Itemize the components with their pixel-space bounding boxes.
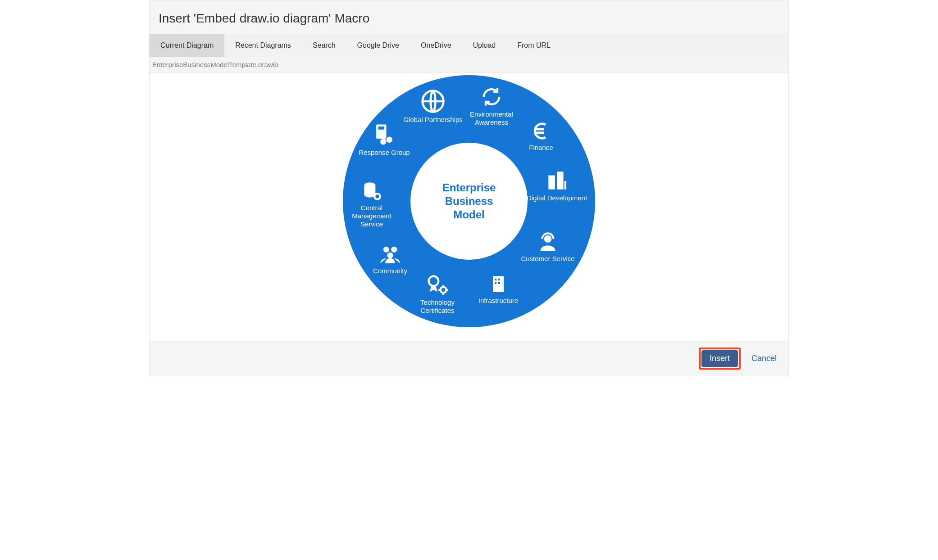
tab-recent-diagrams[interactable]: Recent Diagrams: [224, 34, 302, 57]
tab-search[interactable]: Search: [302, 34, 346, 57]
center-title-line1: Enterprise: [442, 181, 496, 194]
phone-group-icon: [372, 122, 396, 147]
svg-point-11: [441, 287, 446, 293]
svg-point-13: [391, 247, 397, 253]
svg-point-12: [383, 247, 389, 253]
ring-center: Enterprise Business Model: [410, 143, 528, 260]
tab-upload[interactable]: Upload: [462, 34, 507, 57]
segment-response-group: Response Group: [353, 122, 416, 157]
diagram-filename: EnterpriseBusinessModelTemplate.drawio: [150, 57, 788, 72]
svg-rect-8: [495, 282, 496, 284]
recycle-icon: [480, 85, 503, 108]
svg-point-16: [374, 194, 380, 199]
segment-label: Response Group: [359, 149, 410, 156]
segment-community: Community: [359, 242, 422, 275]
globe-icon: [420, 89, 446, 114]
tab-bar: Current Diagram Recent Diagrams Search G…: [150, 34, 788, 57]
insert-button-highlight: Insert: [699, 348, 741, 370]
euro-icon: [530, 120, 552, 142]
svg-rect-9: [498, 282, 500, 284]
segment-customer-service: Customer Service: [516, 230, 579, 263]
segment-label: Central Management Service: [352, 204, 392, 228]
segment-label: Customer Service: [521, 255, 574, 262]
award-gear-icon: [426, 273, 449, 297]
svg-rect-1: [548, 176, 555, 190]
segment-infrastructure: Infrastructure: [467, 273, 530, 305]
svg-rect-18: [378, 126, 385, 130]
center-title: Enterprise Business Model: [442, 181, 496, 221]
svg-rect-6: [495, 279, 496, 280]
segment-technology-certificates: Technology Certificates: [406, 273, 469, 315]
tab-from-url[interactable]: From URL: [506, 34, 561, 57]
insert-macro-dialog: Insert 'Embed draw.io diagram' Macro Cur…: [149, 0, 789, 376]
svg-rect-3: [565, 181, 566, 190]
segment-label: Infrastructure: [478, 297, 518, 304]
headset-icon: [537, 230, 559, 253]
office-icon: [487, 273, 509, 295]
segment-central-management-service: Central Management Service: [340, 180, 403, 228]
center-title-line3: Model: [453, 208, 484, 221]
svg-point-19: [387, 137, 393, 143]
diagram-preview[interactable]: Enterprise Business Model Global Partner…: [150, 72, 788, 341]
svg-point-4: [544, 235, 552, 243]
tab-onedrive[interactable]: OneDrive: [410, 34, 462, 57]
svg-point-14: [387, 253, 393, 258]
db-gear-icon: [360, 180, 383, 202]
cancel-button[interactable]: Cancel: [749, 353, 779, 364]
dialog-footer: Insert Cancel: [150, 341, 788, 376]
segment-global-partnerships: Global Partnerships: [401, 89, 464, 124]
segment-digital-development: Digital Development: [525, 170, 588, 202]
segment-label: Environmental Awareness: [470, 110, 513, 126]
segment-label: Digital Development: [527, 194, 587, 202]
buildings-icon: [546, 170, 568, 192]
svg-point-10: [429, 276, 439, 286]
tab-google-drive[interactable]: Google Drive: [346, 34, 410, 57]
insert-button[interactable]: Insert: [701, 350, 738, 367]
svg-rect-2: [557, 172, 564, 190]
segment-label: Technology Certificates: [420, 298, 455, 314]
dialog-title: Insert 'Embed draw.io diagram' Macro: [150, 0, 788, 34]
segment-label: Community: [373, 267, 407, 275]
svg-point-20: [380, 139, 387, 145]
tab-current-diagram[interactable]: Current Diagram: [150, 34, 224, 57]
segment-finance: Finance: [510, 120, 573, 152]
people-icon: [378, 242, 402, 265]
svg-rect-7: [498, 279, 500, 280]
segment-label: Finance: [529, 144, 553, 151]
enterprise-business-model-diagram: Enterprise Business Model Global Partner…: [343, 75, 595, 327]
center-title-line2: Business: [445, 195, 493, 207]
